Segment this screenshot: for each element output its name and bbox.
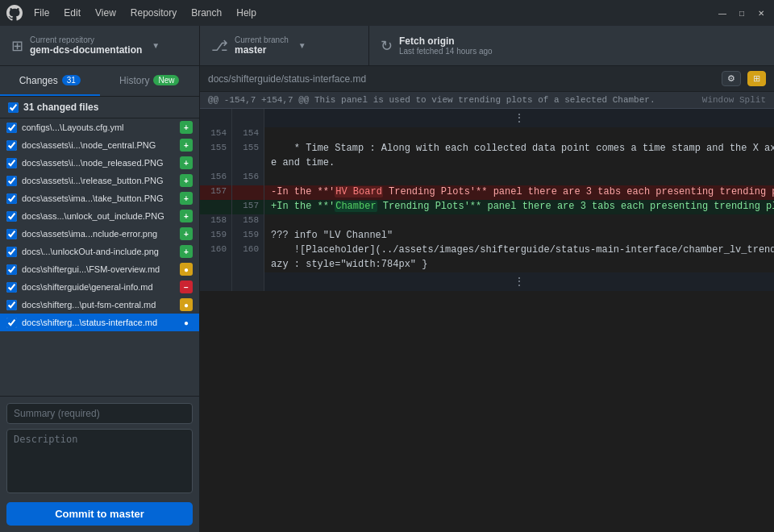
diff-row-removed: 157 -In the **'HV Board Trending Plots'*… [200, 185, 774, 200]
menu-repository[interactable]: Repository [124, 6, 183, 20]
file-checkbox[interactable] [6, 229, 17, 239]
title-bar: File Edit View Repository Branch Help — … [0, 0, 774, 26]
file-checkbox[interactable] [6, 318, 17, 328]
list-item[interactable]: docs\shifterguide\general-info.md − [0, 278, 199, 296]
file-name: docs\shiftergui...\FSM-overview.md [22, 264, 175, 274]
tab-changes[interactable]: Changes 31 [0, 66, 100, 96]
expand-button[interactable]: ⊞ [747, 71, 766, 86]
title-bar-left: File Edit View Repository Branch Help [6, 5, 263, 21]
diff-row-ellipsis-bottom[interactable]: ⋮ [200, 272, 774, 291]
file-badge: + [180, 192, 193, 205]
list-item[interactable]: docs\assets\i...\node_central.PNG + [0, 136, 199, 154]
maximize-button[interactable]: □ [735, 9, 748, 18]
commit-summary-input[interactable] [6, 403, 193, 424]
file-list-header: 31 changed files [0, 97, 199, 118]
branch-label: Current branch [235, 35, 289, 44]
settings-button[interactable]: ⚙ [722, 71, 741, 86]
file-checkbox[interactable] [6, 264, 17, 275]
file-checkbox[interactable] [6, 300, 17, 310]
repo-label: Current repository [30, 35, 142, 44]
commit-description-input[interactable] [6, 429, 193, 493]
tab-history[interactable]: History New [100, 66, 200, 96]
changed-files-count: 31 changed files [23, 102, 98, 113]
file-badge: − [180, 281, 193, 293]
menu-branch[interactable]: Branch [185, 6, 228, 20]
file-badge: + [180, 174, 193, 187]
repo-name: gem-dcs-documentation [30, 44, 142, 56]
file-checkbox[interactable] [6, 123, 17, 133]
file-path-bar: docs/shifterguide/status-interface.md ⚙ … [200, 66, 774, 92]
tab-history-label: History [119, 75, 149, 86]
diff-row-added: 157 +In the **'Chamber Trending Plots'**… [200, 200, 774, 214]
diff-header: @@ -154,7 +154,7 @@ This panel is used t… [200, 92, 774, 109]
toolbar: ⊞ Current repository gem-dcs-documentati… [0, 26, 774, 66]
file-name: docs\shifterguide\general-info.md [22, 282, 175, 292]
file-name: docs\assets\ima...nclude-error.png [22, 229, 175, 239]
menu-help[interactable]: Help [230, 6, 263, 20]
tab-changes-label: Changes [19, 75, 58, 86]
file-name: docs\...\unlockOut-and-include.png [22, 247, 175, 256]
menu-view[interactable]: View [89, 6, 123, 20]
file-badge: + [180, 245, 193, 258]
select-all-checkbox[interactable] [8, 102, 19, 113]
list-item-active[interactable]: docs\shifterg...\status-interface.md ● [0, 314, 199, 331]
current-branch-button[interactable]: ⎇ Current branch master ▼ [200, 26, 369, 65]
diff-area: @@ -154,7 +154,7 @@ This panel is used t… [200, 92, 774, 532]
file-name: docs\ass...\unlock_out_include.PNG [22, 211, 175, 221]
minimize-button[interactable]: — [716, 9, 729, 18]
file-badge: + [180, 227, 193, 240]
menu-bar: File Edit View Repository Branch Help [27, 6, 263, 20]
file-name: configs\...\Layouts.cfg.yml [22, 123, 175, 132]
file-name: docs\assets\i...\node_central.PNG [22, 140, 175, 150]
diff-row-continuation: e and time. [200, 156, 774, 171]
list-item[interactable]: docs\assets\i...\release_button.PNG + [0, 172, 199, 189]
current-repository-button[interactable]: ⊞ Current repository gem-dcs-documentati… [0, 26, 200, 65]
main-layout: Changes 31 History New 31 changed files … [0, 66, 774, 532]
list-item[interactable]: docs\shifterg...\put-fsm-central.md ● [0, 296, 199, 314]
github-logo-icon [6, 5, 23, 21]
branch-chevron-icon: ▼ [298, 41, 306, 50]
list-item[interactable]: docs\...\unlockOut-and-include.png + [0, 243, 199, 260]
tabs: Changes 31 History New [0, 66, 199, 97]
fetch-icon: ↻ [381, 37, 393, 55]
commit-area: Commit to master [0, 396, 199, 532]
right-panel: docs/shifterguide/status-interface.md ⚙ … [200, 66, 774, 532]
file-badge-active: ● [180, 316, 193, 329]
file-badge: + [180, 156, 193, 169]
repo-icon: ⊞ [11, 37, 23, 55]
list-item[interactable]: docs\shiftergui...\FSM-overview.md ● [0, 260, 199, 278]
fetch-sublabel: Last fetched 14 hours ago [399, 47, 493, 56]
list-item[interactable]: docs\assets\ima...nclude-error.png + [0, 225, 199, 243]
file-path-text: docs/shifterguide/status-interface.md [208, 73, 366, 85]
diff-row: 155 155 * Time Stamp : Along with each c… [200, 142, 774, 156]
file-name: docs\assets\ima...\take_button.PNG [22, 193, 175, 203]
file-name: docs\assets\i...\node_released.PNG [22, 158, 175, 168]
commit-to-master-button[interactable]: Commit to master [6, 502, 193, 526]
list-item[interactable]: docs\ass...\unlock_out_include.PNG + [0, 207, 199, 225]
close-button[interactable]: ✕ [755, 9, 768, 18]
file-badge: + [180, 121, 193, 134]
diff-row-continuation: azy : style="width:784px" } [200, 258, 774, 272]
diff-row: 160 160 ![Placeholder](../assets/images/… [200, 243, 774, 258]
file-checkbox[interactable] [6, 211, 17, 222]
file-checkbox[interactable] [6, 247, 17, 257]
file-checkbox[interactable] [6, 158, 17, 168]
branch-icon: ⎇ [211, 37, 228, 55]
file-checkbox[interactable] [6, 176, 17, 186]
file-name: docs\shifterg...\put-fsm-central.md [22, 300, 175, 310]
list-item[interactable]: configs\...\Layouts.cfg.yml + [0, 118, 199, 136]
file-checkbox[interactable] [6, 282, 17, 293]
file-checkbox[interactable] [6, 193, 17, 204]
file-checkbox[interactable] [6, 140, 17, 151]
diff-row: 154 154 [200, 127, 774, 142]
menu-file[interactable]: File [27, 6, 56, 20]
list-item[interactable]: docs\assets\i...\node_released.PNG + [0, 154, 199, 172]
list-item[interactable]: docs\assets\ima...\take_button.PNG + [0, 189, 199, 207]
left-panel: Changes 31 History New 31 changed files … [0, 66, 200, 532]
window-controls: — □ ✕ [716, 9, 768, 18]
diff-row-ellipsis-top[interactable]: ⋮ [200, 109, 774, 127]
file-path-actions: ⚙ ⊞ [722, 71, 766, 86]
diff-row: 156 156 [200, 171, 774, 185]
fetch-origin-button[interactable]: ↻ Fetch origin Last fetched 14 hours ago [369, 26, 547, 65]
menu-edit[interactable]: Edit [57, 6, 87, 20]
